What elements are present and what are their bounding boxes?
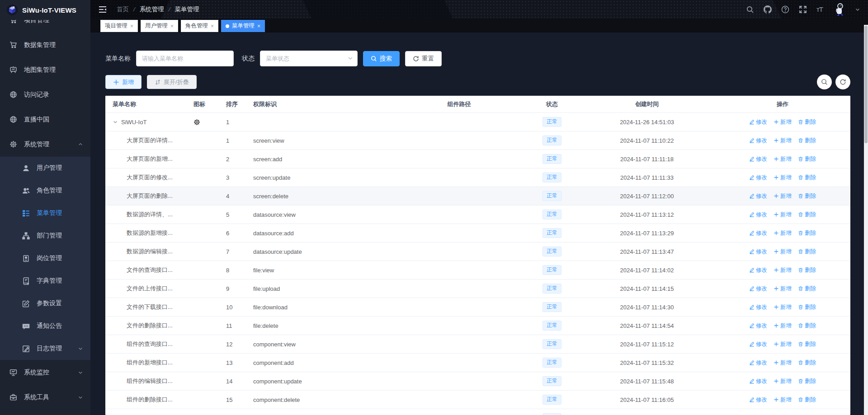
scrollbar-thumb[interactable]: [864, 26, 868, 143]
avatar[interactable]: [832, 3, 846, 16]
edit-link[interactable]: 修改: [749, 340, 767, 348]
sidebar-item-dataset[interactable]: 数据集管理: [0, 33, 90, 57]
chevron-down-icon[interactable]: [855, 7, 860, 12]
table-row[interactable]: 文件的上传接口...9file:upload正常2024-11-07 11:14…: [105, 280, 850, 298]
page-scrollbar[interactable]: [864, 25, 868, 415]
delete-link[interactable]: 删除: [798, 211, 816, 219]
sidebar-item-live-china[interactable]: 直播中国: [0, 107, 90, 132]
sidebar-item-log[interactable]: 日志管理: [0, 337, 90, 360]
status-select[interactable]: 菜单状态: [260, 51, 358, 66]
table-row[interactable]: 地图数据的查询...16map:view正常2024-11-07 11:16:2…: [105, 409, 850, 415]
breadcrumb-home[interactable]: 首页: [117, 5, 129, 14]
refresh-table-button[interactable]: [835, 75, 850, 89]
sidebar-item-tool[interactable]: 系统工具: [0, 385, 90, 410]
add-link[interactable]: 新增: [774, 174, 792, 182]
edit-link[interactable]: 修改: [749, 322, 767, 330]
menu-name-input[interactable]: [136, 51, 234, 66]
table-row[interactable]: 组件的编辑接口...14component:update正常2024-11-07…: [105, 372, 850, 391]
add-link[interactable]: 新增: [774, 248, 792, 256]
delete-link[interactable]: 删除: [798, 322, 816, 330]
table-row[interactable]: 文件的查询接口...8file:view正常2024-11-07 11:14:0…: [105, 261, 850, 280]
edit-link[interactable]: 修改: [749, 137, 767, 145]
delete-link[interactable]: 删除: [798, 155, 816, 163]
delete-link[interactable]: 删除: [798, 396, 816, 404]
table-row[interactable]: 文件的删除接口...11file:delete正常2024-11-07 11:1…: [105, 317, 850, 335]
sidebar-item-user[interactable]: 用户管理: [0, 157, 90, 179]
sidebar-item-dict[interactable]: 字典管理: [0, 270, 90, 292]
help-icon[interactable]: [781, 5, 789, 14]
edit-link[interactable]: 修改: [749, 303, 767, 311]
add-link[interactable]: 新增: [774, 378, 792, 385]
tab-project[interactable]: 项目管理×: [100, 20, 138, 32]
delete-link[interactable]: 删除: [798, 340, 816, 348]
sidebar-item-post[interactable]: 岗位管理: [0, 247, 90, 270]
expand-caret-icon[interactable]: [113, 119, 118, 125]
table-row[interactable]: 数据源的详情、...5datasource:view正常2024-11-07 1…: [105, 205, 850, 224]
add-link[interactable]: 新增: [774, 155, 792, 163]
table-row[interactable]: SiWU-IoT1正常2024-11-26 14:51:03修改新增删除: [105, 113, 850, 131]
delete-link[interactable]: 删除: [798, 174, 816, 182]
add-link[interactable]: 新增: [774, 137, 792, 145]
table-row[interactable]: 组件的新增接口...13component:add正常2024-11-07 11…: [105, 354, 850, 372]
close-icon[interactable]: ×: [170, 23, 174, 29]
toggle-search-button[interactable]: [817, 75, 832, 89]
edit-link[interactable]: 修改: [749, 396, 767, 404]
edit-link[interactable]: 修改: [749, 174, 767, 182]
table-row[interactable]: 大屏页面的删除...4screen:delete正常2024-11-07 11:…: [105, 187, 850, 205]
expand-collapse-button[interactable]: 展开/折叠: [147, 75, 197, 89]
sidebar-item-access-log[interactable]: 访问记录: [0, 82, 90, 107]
delete-link[interactable]: 删除: [798, 266, 816, 274]
font-size-icon[interactable]: тT: [816, 5, 823, 13]
add-link[interactable]: 新增: [774, 322, 792, 330]
reset-button[interactable]: 重置: [405, 51, 442, 66]
edit-link[interactable]: 修改: [749, 285, 767, 293]
table-row[interactable]: 大屏页面的修改...3screen:update正常2024-11-07 11:…: [105, 168, 850, 187]
sidebar-item-monitor[interactable]: 系统监控: [0, 360, 90, 385]
delete-link[interactable]: 删除: [798, 303, 816, 311]
add-button[interactable]: 新增: [105, 75, 142, 89]
fullscreen-icon[interactable]: [799, 5, 807, 14]
edit-link[interactable]: 修改: [749, 118, 767, 126]
add-link[interactable]: 新增: [774, 118, 792, 126]
search-button[interactable]: 搜索: [363, 51, 400, 66]
delete-link[interactable]: 删除: [798, 378, 816, 385]
sidebar-item-system[interactable]: 系统管理: [0, 132, 90, 157]
close-icon[interactable]: ×: [211, 23, 214, 29]
tab-menu[interactable]: 菜单管理×: [221, 20, 265, 32]
close-icon[interactable]: ×: [257, 23, 260, 29]
sidebar-item-dept[interactable]: 部门管理: [0, 224, 90, 247]
add-link[interactable]: 新增: [774, 340, 792, 348]
add-link[interactable]: 新增: [774, 229, 792, 237]
table-row[interactable]: 组件的删除接口...15component:delete正常2024-11-07…: [105, 391, 850, 409]
table-row[interactable]: 大屏页面的新增...2screen:add正常2024-11-07 11:11:…: [105, 150, 850, 168]
sidebar-item-notice[interactable]: 通知公告: [0, 315, 90, 337]
sidebar-item-param[interactable]: 参数设置: [0, 292, 90, 315]
table-row[interactable]: 数据源的新增接...6datasource:add正常2024-11-07 11…: [105, 224, 850, 242]
sidebar-item-role[interactable]: 角色管理: [0, 179, 90, 202]
delete-link[interactable]: 删除: [798, 192, 816, 200]
search-icon[interactable]: [746, 5, 754, 14]
edit-link[interactable]: 修改: [749, 211, 767, 219]
delete-link[interactable]: 删除: [798, 248, 816, 256]
add-link[interactable]: 新增: [774, 192, 792, 200]
edit-link[interactable]: 修改: [749, 378, 767, 385]
edit-link[interactable]: 修改: [749, 359, 767, 367]
edit-link[interactable]: 修改: [749, 266, 767, 274]
edit-link[interactable]: 修改: [749, 155, 767, 163]
sidebar-item-menu[interactable]: 菜单管理: [0, 202, 90, 224]
edit-link[interactable]: 修改: [749, 229, 767, 237]
tab-role[interactable]: 角色管理×: [181, 20, 218, 32]
add-link[interactable]: 新增: [774, 266, 792, 274]
delete-link[interactable]: 删除: [798, 118, 816, 126]
add-link[interactable]: 新增: [774, 211, 792, 219]
add-link[interactable]: 新增: [774, 303, 792, 311]
table-row[interactable]: 文件的下载接口...10file:download正常2024-11-07 11…: [105, 298, 850, 317]
delete-link[interactable]: 删除: [798, 137, 816, 145]
delete-link[interactable]: 删除: [798, 229, 816, 237]
github-icon[interactable]: [764, 5, 772, 14]
edit-link[interactable]: 修改: [749, 248, 767, 256]
table-row[interactable]: 数据源的编辑接...7datasource:update正常2024-11-07…: [105, 242, 850, 261]
add-link[interactable]: 新增: [774, 285, 792, 293]
close-icon[interactable]: ×: [130, 23, 133, 29]
tab-user[interactable]: 用户管理×: [141, 20, 178, 32]
